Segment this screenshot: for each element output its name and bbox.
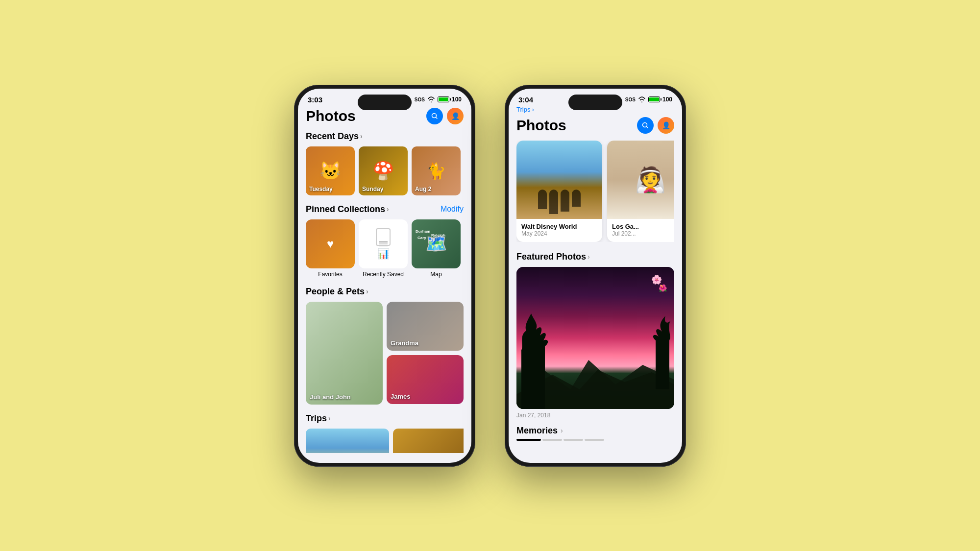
collection-map-label: Map [430, 271, 441, 278]
memories-bar-active [516, 439, 541, 441]
dynamic-island-right [568, 95, 622, 110]
time-left: 3:03 [308, 96, 322, 104]
person-grandma-label: Grandma [391, 339, 418, 347]
trips-row-left [306, 429, 464, 453]
people-pets-title[interactable]: People & Pets › [306, 287, 368, 297]
flowers-decoration: 🌸 [651, 274, 662, 285]
album-card-disney[interactable]: Walt Disney World May 2024 [516, 141, 602, 242]
memories-bar-inactive-2 [564, 439, 583, 441]
person-juli-john-label: Juli and John [310, 393, 351, 401]
time-right: 3:04 [518, 96, 533, 104]
album-losga-date: Jul 202... [612, 230, 674, 237]
collection-favorites[interactable]: ♥ Favorites [306, 219, 355, 278]
battery-label-left: 100 [452, 96, 462, 103]
avatar-left[interactable]: 👤 [447, 108, 464, 124]
collections-row: ♥ Favorites 📊 Recently Saved [306, 219, 464, 278]
tree-left-svg [516, 311, 556, 409]
memories-bar-inactive-3 [585, 439, 604, 441]
battery-icon-left [438, 96, 449, 102]
album-disney-date: May 2024 [521, 230, 597, 237]
pinned-collections-header: Pinned Collections › Modify [306, 204, 464, 215]
chart-icon: 📊 [377, 248, 390, 260]
search-button-right[interactable] [637, 117, 654, 134]
day-label-aug2: Aug 2 [415, 186, 431, 192]
sos-left: SOS [415, 97, 425, 102]
sos-right: SOS [625, 97, 636, 102]
map-label-durham: Durham [416, 229, 430, 234]
featured-photos-chevron: › [588, 253, 590, 261]
recent-days-title[interactable]: Recent Days › [306, 131, 363, 142]
dynamic-island-left [358, 95, 412, 110]
trips-title-left[interactable]: Trips › [306, 413, 331, 424]
document-icon [376, 228, 391, 246]
day-thumb-aug2[interactable]: 🐈 Aug 2 [412, 146, 461, 195]
phone-left-content: Photos 👤 Recent Days [298, 106, 471, 453]
collection-map[interactable]: Durham Cary Raleigh 🗺️ Map [412, 219, 461, 278]
trip-thumb-disney[interactable] [306, 429, 389, 453]
phone-right-content: Trips › Photos 👤 [509, 106, 682, 453]
tree-right-svg [640, 311, 674, 389]
status-icons-left: SOS 100 [415, 96, 462, 103]
map-label-cary: Cary [417, 236, 426, 240]
person-james[interactable]: James [387, 355, 464, 404]
day-thumb-sunday[interactable]: 🍄 Sunday [359, 146, 408, 195]
memories-section: Memories › [516, 426, 674, 441]
memories-bar-inactive-1 [542, 439, 562, 441]
header-icons-right: 👤 [637, 117, 674, 134]
wifi-icon-right [638, 96, 646, 102]
album-losga-title: Los Ga... [612, 223, 674, 230]
app-title-left: Photos [306, 108, 356, 124]
search-button-left[interactable] [426, 108, 443, 124]
header-icons-left: 👤 [426, 108, 464, 124]
search-icon-right [642, 122, 649, 129]
app-header-right: Photos 👤 [516, 115, 674, 134]
album-disney-title: Walt Disney World [521, 223, 597, 230]
trip-thumb-other[interactable] [393, 429, 464, 453]
breadcrumb-chevron: › [532, 106, 534, 113]
person-juli-john[interactable]: Juli and John [306, 302, 383, 405]
phone-right: 3:04 SOS 100 Tri [505, 85, 686, 467]
phone-left-screen: 3:03 SOS 100 Photos [298, 89, 471, 463]
phone-right-screen: 3:04 SOS 100 Tri [509, 89, 682, 463]
featured-photo-image: 🌸 🌺 [516, 267, 674, 409]
featured-photo-card[interactable]: 🌸 🌺 [516, 267, 674, 409]
collection-recently-saved[interactable]: 📊 Recently Saved [359, 219, 408, 278]
phone-left: 3:03 SOS 100 Photos [294, 85, 475, 467]
day-label-tuesday: Tuesday [309, 186, 333, 192]
featured-photo-date: Jan 27, 2018 [516, 412, 674, 419]
memories-title[interactable]: Memories [516, 426, 558, 436]
wifi-icon-left [427, 96, 435, 102]
featured-photos-title[interactable]: Featured Photos [516, 252, 586, 262]
trips-albums-row: Walt Disney World May 2024 👰 Los Ga... J… [516, 141, 674, 242]
collection-favorites-label: Favorites [318, 271, 342, 278]
album-card-losga[interactable]: 👰 Los Ga... Jul 202... [607, 141, 674, 242]
battery-icon-right [648, 96, 660, 102]
breadcrumb-trips-label: Trips [516, 106, 530, 113]
recent-days-header: Recent Days › [306, 131, 464, 142]
search-icon-left [431, 113, 438, 120]
person-james-label: James [391, 393, 410, 400]
pinned-collections-title[interactable]: Pinned Collections › [306, 204, 389, 215]
app-title-right: Photos [516, 117, 566, 134]
scene: 3:03 SOS 100 Photos [294, 85, 686, 467]
modify-button[interactable]: Modify [441, 205, 464, 214]
day-thumb-tuesday[interactable]: 🐱 Tuesday [306, 146, 355, 195]
trips-header-left: Trips › [306, 413, 464, 424]
day-label-sunday: Sunday [362, 186, 383, 192]
people-pets-header: People & Pets › [306, 287, 464, 297]
status-icons-right: SOS 100 [625, 96, 672, 103]
featured-photos-header: Featured Photos › [516, 252, 674, 262]
flowers-decoration-2: 🌺 [659, 284, 667, 292]
people-grid: Juli and John Grandma James [306, 302, 464, 405]
person-grandma[interactable]: Grandma [387, 302, 464, 351]
recent-days-scroll: 🐱 Tuesday 🍄 Sunday 🐈 Aug 2 [306, 146, 464, 195]
heart-icon: ♥ [327, 237, 334, 251]
memories-progress-bar [516, 439, 674, 441]
memories-chevron: › [561, 427, 563, 434]
avatar-right[interactable]: 👤 [658, 117, 674, 134]
battery-label-right: 100 [662, 96, 672, 103]
map-label-raleigh: Raleigh [431, 233, 445, 238]
memories-header: Memories › [516, 426, 674, 436]
collection-recently-saved-label: Recently Saved [363, 271, 404, 278]
recent-days-chevron: › [360, 132, 363, 140]
